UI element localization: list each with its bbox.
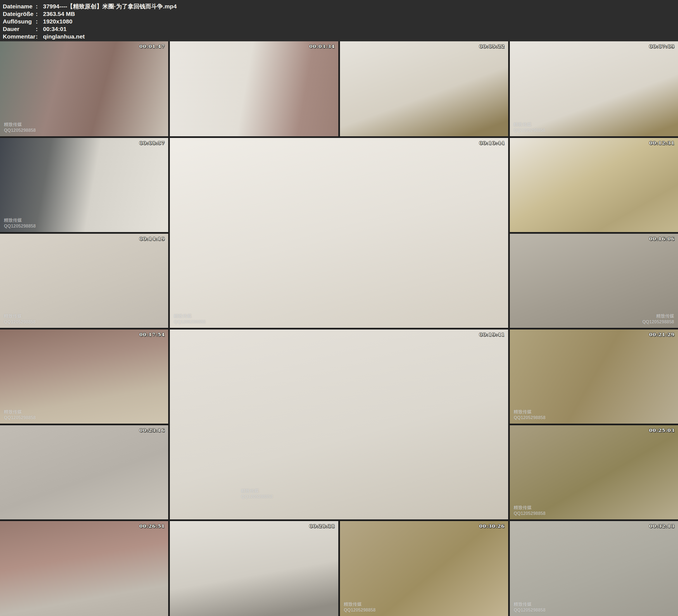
- timestamp-overlay: 00:23:16: [139, 427, 165, 433]
- watermark-line1: 精致传媒: [4, 122, 36, 128]
- video-thumbnail: 00:17:54 精致传媒 QQ1205298858: [0, 330, 168, 424]
- watermark-line2: QQ1205298858: [4, 223, 36, 229]
- watermark-line1: 精致传媒: [4, 218, 36, 223]
- video-thumbnail: 00:21:29 精致传媒 QQ1205298858: [510, 330, 678, 424]
- watermark-line2: QQ1205298858: [344, 607, 376, 613]
- thumbnail-grid: 00:01:47 精致传媒 QQ1205298858 00:03:34 00:0…: [0, 41, 678, 616]
- video-thumbnail: 00:28:38: [170, 521, 338, 616]
- timestamp-overlay: 00:12:31: [649, 140, 675, 146]
- duration-value: 00:34:01: [43, 25, 675, 33]
- watermark-line1: 精致传媒: [174, 313, 205, 319]
- video-thumbnail: 00:14:19 精致传媒 QQ1205298858: [0, 234, 168, 328]
- timestamp-overlay: 00:17:54: [139, 332, 165, 337]
- watermark: 精致传媒 QQ1205298858: [514, 409, 545, 421]
- watermark: 精致传媒 QQ1205298858: [4, 122, 36, 133]
- watermark: 精致传媒 QQ1205298858: [642, 313, 674, 325]
- watermark-line1: 精致传媒: [4, 313, 36, 319]
- meta-label: Dateiname: [3, 2, 36, 10]
- comment-value: qinglanhua.net: [43, 33, 675, 40]
- video-thumbnail: 00:12:31: [510, 138, 678, 232]
- video-thumbnail: 00:30:26 精致传媒 QQ1205298858: [340, 521, 508, 616]
- timestamp-overlay: 00:21:29: [649, 332, 675, 337]
- contact-sheet-page: Dateiname : 37994----【精致原创】米圈·为了拿回钱而斗争.m…: [0, 0, 678, 616]
- timestamp-overlay: 00:28:38: [309, 523, 335, 529]
- video-thumbnail: 00:32:13 精致传媒 QQ1205298858: [510, 521, 678, 616]
- video-thumbnail-large: 00:19:41 精致传媒 QQ1205298858: [170, 330, 508, 519]
- watermark-line1: 精致传媒: [4, 409, 36, 415]
- timestamp-overlay: 00:10:44: [479, 140, 505, 146]
- watermark: 精致传媒 QQ1205298858: [241, 488, 273, 500]
- watermark-line2: QQ1205298858: [514, 607, 545, 613]
- watermark: 精致传媒 QQ1205298858: [514, 505, 545, 516]
- video-thumbnail: 00:05:22: [340, 41, 508, 136]
- timestamp-overlay: 00:14:19: [139, 236, 165, 241]
- timestamp-overlay: 00:30:26: [479, 523, 505, 529]
- watermark-line1: 精致传媒: [241, 488, 273, 494]
- meta-label: Dateigröße: [3, 10, 36, 17]
- meta-label: Auflösung: [3, 17, 36, 25]
- watermark: 精致传媒 QQ1205298858: [344, 602, 376, 613]
- watermark-line2: QQ1205298858: [514, 128, 545, 133]
- meta-separator: :: [36, 17, 43, 25]
- video-thumbnail: 00:07:09 精致传媒 QQ1205298858: [510, 41, 678, 136]
- video-thumbnail: 00:23:16: [0, 425, 168, 519]
- timestamp-overlay: 00:03:34: [309, 44, 335, 49]
- duration-row: Dauer : 00:34:01: [3, 25, 675, 33]
- meta-separator: :: [36, 2, 43, 10]
- video-thumbnail: 00:25:03 精致传媒 QQ1205298858: [510, 425, 678, 519]
- timestamp-overlay: 00:16:06: [649, 236, 675, 241]
- watermark-line2: QQ1205298858: [4, 415, 36, 421]
- timestamp-overlay: 00:32:13: [649, 523, 675, 529]
- watermark: 精致传媒 QQ1205298858: [514, 602, 545, 613]
- comment-row: Kommentar : qinglanhua.net: [3, 33, 675, 40]
- watermark-line2: QQ1205298858: [174, 319, 205, 325]
- timestamp-overlay: 00:26:51: [139, 523, 165, 529]
- video-thumbnail: 00:26:51: [0, 521, 168, 616]
- file-name-value: 37994----【精致原创】米圈·为了拿回钱而斗争.mp4: [43, 2, 675, 10]
- video-thumbnail: 00:03:34: [170, 41, 338, 136]
- watermark: 精致传媒 QQ1205298858: [174, 313, 205, 325]
- resolution-row: Auflösung : 1920x1080: [3, 17, 675, 25]
- meta-label: Kommentar: [3, 33, 36, 40]
- meta-label: Dauer: [3, 25, 36, 33]
- watermark-line2: QQ1205298858: [241, 494, 273, 500]
- meta-separator: :: [36, 33, 43, 40]
- watermark-line1: 精致传媒: [514, 122, 545, 128]
- file-name-row: Dateiname : 37994----【精致原创】米圈·为了拿回钱而斗争.m…: [3, 2, 675, 10]
- watermark-line2: QQ1205298858: [4, 128, 36, 133]
- timestamp-overlay: 00:01:47: [139, 44, 165, 49]
- watermark: 精致传媒 QQ1205298858: [4, 218, 36, 229]
- watermark-line2: QQ1205298858: [514, 415, 545, 421]
- resolution-value: 1920x1080: [43, 17, 675, 25]
- file-metadata-header: Dateiname : 37994----【精致原创】米圈·为了拿回钱而斗争.m…: [0, 0, 678, 41]
- video-thumbnail-large: 00:10:44 精致传媒 QQ1205298858: [170, 138, 508, 328]
- file-size-value: 2363.54 MB: [43, 10, 675, 17]
- video-thumbnail: 00:01:47 精致传媒 QQ1205298858: [0, 41, 168, 136]
- timestamp-overlay: 00:25:03: [649, 427, 675, 433]
- file-size-row: Dateigröße : 2363.54 MB: [3, 10, 675, 17]
- watermark-line1: 精致传媒: [514, 505, 545, 511]
- watermark-line1: 精致传媒: [642, 313, 674, 319]
- timestamp-overlay: 00:07:09: [649, 44, 675, 49]
- watermark: 精致传媒 QQ1205298858: [4, 409, 36, 421]
- watermark-line2: QQ1205298858: [514, 511, 545, 516]
- watermark: 精致传媒 QQ1205298858: [4, 313, 36, 325]
- watermark-line1: 精致传媒: [514, 602, 545, 607]
- watermark-line2: QQ1205298858: [4, 319, 36, 325]
- video-thumbnail: 00:16:06 精致传媒 QQ1205298858: [510, 234, 678, 328]
- video-thumbnail: 00:08:57 精致传媒 QQ1205298858: [0, 138, 168, 232]
- timestamp-overlay: 00:05:22: [479, 44, 505, 49]
- timestamp-overlay: 00:08:57: [139, 140, 165, 146]
- watermark: 精致传媒 QQ1205298858: [514, 122, 545, 133]
- watermark-line1: 精致传媒: [514, 409, 545, 415]
- watermark-line1: 精致传媒: [344, 602, 376, 607]
- meta-separator: :: [36, 25, 43, 33]
- meta-separator: :: [36, 10, 43, 17]
- timestamp-overlay: 00:19:41: [479, 332, 505, 337]
- watermark-line2: QQ1205298858: [642, 319, 674, 325]
